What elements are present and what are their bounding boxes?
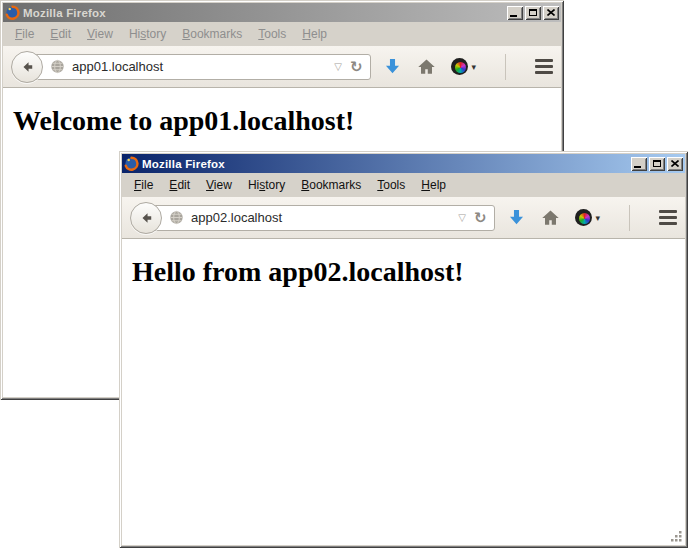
firefox-logo-icon — [124, 156, 139, 171]
site-identity-globe-icon[interactable] — [50, 59, 65, 74]
back-arrow-icon — [139, 211, 154, 225]
chevron-down-icon: ▾ — [471, 62, 476, 72]
download-icon[interactable] — [507, 208, 526, 227]
navigation-toolbar: app01.localhost ▽ ↻ ▾ — [3, 46, 561, 88]
colorwheel-icon — [575, 209, 592, 226]
close-icon — [671, 160, 679, 167]
hamburger-bar — [659, 210, 677, 213]
page-content-app02: Hello from app02.localhost! — [122, 239, 685, 545]
urlbar-dropdown-icon[interactable]: ▽ — [328, 61, 348, 72]
home-icon[interactable] — [541, 209, 560, 227]
url-text[interactable]: app02.localhost — [191, 210, 452, 225]
colorwheel-icon — [451, 58, 468, 75]
menu-item-help[interactable]: Help — [294, 25, 335, 43]
hamburger-bar — [535, 71, 553, 74]
back-button[interactable] — [130, 202, 162, 234]
titlebar[interactable]: Mozilla Firefox — [3, 3, 561, 22]
toolbar-icons: ▾ — [383, 54, 553, 80]
window-title: Mozilla Firefox — [23, 7, 106, 19]
firefox-window-app02: Mozilla Firefox FileEditViewHistoryBookm… — [119, 151, 688, 548]
hamburger-bar — [659, 216, 677, 219]
firefox-logo-icon — [5, 5, 20, 20]
menu-hamburger-button[interactable] — [535, 57, 553, 76]
page-heading: Hello from app02.localhost! — [132, 256, 685, 288]
maximize-icon — [529, 9, 537, 16]
menu-item-bookmarks[interactable]: Bookmarks — [293, 176, 369, 194]
window-controls — [507, 6, 559, 20]
extension-colorwheel-button[interactable]: ▾ — [451, 58, 476, 75]
reload-icon[interactable]: ↻ — [472, 210, 489, 225]
navigation-toolbar: app02.localhost ▽ ↻ ▾ — [122, 197, 685, 239]
menu-bar: FileEditViewHistoryBookmarksToolsHelp — [122, 173, 685, 197]
window-title: Mozilla Firefox — [142, 158, 225, 170]
minimize-button[interactable] — [631, 157, 647, 171]
minimize-button[interactable] — [507, 6, 523, 20]
toolbar-separator — [505, 54, 506, 80]
maximize-button[interactable] — [525, 6, 541, 20]
titlebar[interactable]: Mozilla Firefox — [122, 154, 685, 173]
toolbar-separator — [629, 205, 630, 231]
back-arrow-icon — [20, 60, 35, 74]
menu-bar: FileEditViewHistoryBookmarksToolsHelp — [3, 22, 561, 46]
menu-item-edit[interactable]: Edit — [42, 25, 79, 43]
window-controls — [631, 157, 683, 171]
close-button[interactable] — [667, 157, 683, 171]
home-icon[interactable] — [417, 58, 436, 76]
menu-item-history[interactable]: History — [240, 176, 293, 194]
hamburger-bar — [535, 59, 553, 62]
menu-item-history[interactable]: History — [121, 25, 174, 43]
url-bar[interactable]: app02.localhost ▽ ↻ — [146, 205, 495, 231]
menu-item-help[interactable]: Help — [413, 176, 454, 194]
extension-colorwheel-button[interactable]: ▾ — [575, 209, 600, 226]
hamburger-bar — [535, 65, 553, 68]
menu-hamburger-button[interactable] — [659, 208, 677, 227]
maximize-icon — [653, 160, 661, 167]
hamburger-bar — [659, 222, 677, 225]
minimize-icon — [634, 166, 641, 168]
back-button[interactable] — [11, 51, 43, 83]
minimize-icon — [510, 15, 517, 17]
reload-icon[interactable]: ↻ — [348, 59, 365, 74]
menu-item-view[interactable]: View — [79, 25, 121, 43]
site-identity-globe-icon[interactable] — [169, 210, 184, 225]
download-icon[interactable] — [383, 57, 402, 76]
menu-item-tools[interactable]: Tools — [250, 25, 294, 43]
menu-item-view[interactable]: View — [198, 176, 240, 194]
menu-item-edit[interactable]: Edit — [161, 176, 198, 194]
close-button[interactable] — [543, 6, 559, 20]
menu-item-file[interactable]: File — [7, 25, 42, 43]
menu-item-tools[interactable]: Tools — [369, 176, 413, 194]
url-text[interactable]: app01.localhost — [72, 59, 328, 74]
maximize-button[interactable] — [649, 157, 665, 171]
page-heading: Welcome to app01.localhost! — [13, 105, 561, 137]
urlbar-dropdown-icon[interactable]: ▽ — [452, 212, 472, 223]
chevron-down-icon: ▾ — [595, 213, 600, 223]
menu-item-file[interactable]: File — [126, 176, 161, 194]
menu-item-bookmarks[interactable]: Bookmarks — [174, 25, 250, 43]
toolbar-icons: ▾ — [507, 205, 677, 231]
resize-grip[interactable] — [670, 530, 683, 543]
close-icon — [547, 9, 555, 16]
url-bar[interactable]: app01.localhost ▽ ↻ — [27, 54, 371, 80]
